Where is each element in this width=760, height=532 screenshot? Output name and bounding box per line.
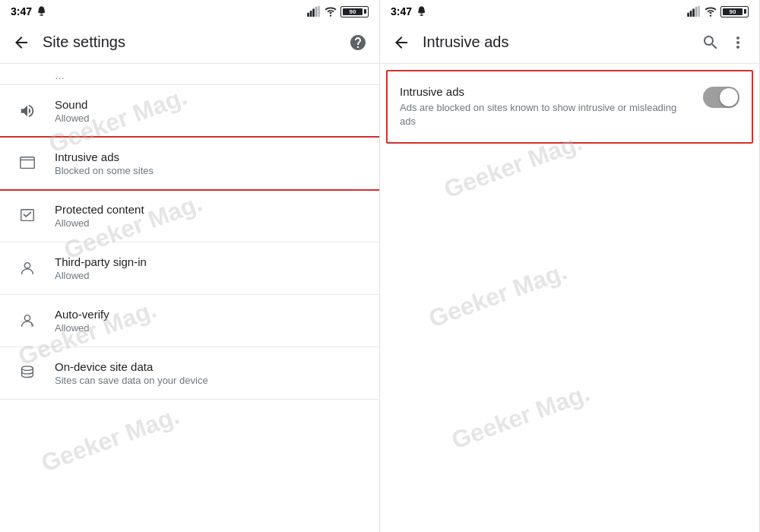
page-title-right: Intrusive ads: [423, 33, 697, 51]
on-device-site-data-title: On-device site data: [55, 360, 208, 373]
app-bar-right: Intrusive ads: [380, 21, 759, 64]
auto-verify-icon: !: [12, 306, 43, 336]
svg-rect-15: [692, 9, 695, 17]
help-button[interactable]: [344, 29, 372, 56]
sound-title: Sound: [55, 98, 90, 111]
wifi-icon-left: [324, 6, 337, 17]
auto-verify-subtitle: Allowed: [55, 322, 109, 334]
protected-content-icon: [12, 201, 43, 231]
back-button-right[interactable]: [388, 29, 415, 56]
status-bar-left: 3:47 90: [0, 0, 379, 21]
svg-point-10: [24, 315, 30, 321]
protected-content-subtitle: Allowed: [55, 217, 144, 229]
third-party-signin-subtitle: Allowed: [55, 270, 147, 281]
snapchat-icon-right: [416, 5, 428, 17]
page-title-left: Site settings: [43, 33, 344, 51]
time-left: 3:47: [11, 5, 32, 17]
toggle-knob: [720, 88, 738, 106]
third-party-signin-text: Third-party sign-in Allowed: [55, 255, 147, 281]
right-panel: 3:47 90: [380, 0, 760, 532]
third-party-signin-title: Third-party sign-in: [55, 255, 147, 268]
svg-point-12: [22, 366, 33, 371]
protected-content-text: Protected content Allowed: [55, 203, 144, 229]
intrusive-ads-row-text: Intrusive ads Ads are blocked on sites k…: [400, 85, 694, 128]
app-bar-left: Site settings: [0, 21, 379, 64]
svg-rect-13: [687, 13, 689, 17]
svg-rect-1: [310, 11, 312, 17]
svg-point-9: [24, 263, 30, 268]
more-options-button[interactable]: [724, 29, 752, 56]
time-right: 3:47: [391, 5, 412, 17]
protected-content-title: Protected content: [55, 203, 144, 216]
ads-icon: [12, 148, 43, 179]
svg-point-5: [330, 15, 331, 17]
svg-text:!: !: [31, 321, 33, 328]
settings-item-third-party-signin[interactable]: Third-party sign-in Allowed: [0, 242, 379, 294]
signal-icon-right: [687, 6, 701, 17]
intrusive-ads-row-title: Intrusive ads: [400, 85, 694, 98]
auto-verify-title: Auto-verify: [55, 308, 109, 321]
settings-list: … Sound Allowed Intru: [0, 64, 379, 532]
svg-rect-4: [318, 6, 320, 17]
intrusive-ads-title: Intrusive ads: [55, 150, 154, 163]
status-icons-right: 90: [687, 6, 749, 17]
person-icon: [12, 253, 43, 283]
svg-rect-16: [695, 7, 698, 17]
search-button[interactable]: [697, 29, 724, 56]
svg-rect-3: [315, 7, 318, 17]
status-icons-left: 90: [307, 6, 369, 17]
watermark-r3: Geeker Mag.: [448, 379, 593, 455]
scrolled-content: …: [0, 64, 379, 84]
intrusive-ads-text: Intrusive ads Blocked on some sites: [55, 150, 154, 176]
back-button-left[interactable]: [8, 29, 35, 56]
signal-icon-left: [307, 6, 321, 17]
battery-tip-left: [364, 9, 366, 14]
svg-rect-0: [307, 13, 309, 17]
battery-level-left: 90: [343, 8, 363, 15]
database-icon: [12, 358, 43, 388]
svg-rect-17: [698, 6, 700, 17]
settings-item-sound[interactable]: Sound Allowed: [0, 85, 379, 137]
svg-rect-6: [21, 157, 34, 169]
watermark-r2: Geeker Mag.: [425, 258, 570, 334]
svg-point-18: [710, 15, 711, 17]
svg-rect-2: [312, 9, 315, 17]
battery-icon-left: 90: [340, 6, 369, 17]
settings-item-auto-verify[interactable]: ! Auto-verify Allowed: [0, 295, 379, 347]
sound-item-text: Sound Allowed: [55, 98, 90, 124]
intrusive-ads-toggle[interactable]: [703, 87, 739, 108]
battery-tip-right: [744, 9, 746, 14]
battery-icon-right: 90: [720, 6, 749, 17]
wifi-icon-right: [704, 6, 717, 17]
status-bar-right: 3:47 90: [380, 0, 759, 21]
sound-subtitle: Allowed: [55, 112, 90, 124]
on-device-site-data-text: On-device site data Sites can save data …: [55, 360, 208, 386]
settings-item-intrusive-ads[interactable]: Intrusive ads Blocked on some sites: [0, 138, 379, 189]
svg-rect-14: [690, 11, 692, 17]
settings-item-protected-content[interactable]: Protected content Allowed: [0, 190, 379, 242]
settings-item-on-device-site-data[interactable]: On-device site data Sites can save data …: [0, 347, 379, 399]
divider-6: [0, 399, 379, 400]
intrusive-ads-row-desc: Ads are blocked on sites known to show i…: [400, 101, 694, 128]
intrusive-ads-setting-row: Intrusive ads Ads are blocked on sites k…: [386, 70, 753, 144]
intrusive-ads-subtitle: Blocked on some sites: [55, 165, 154, 176]
auto-verify-text: Auto-verify Allowed: [55, 308, 109, 334]
on-device-site-data-subtitle: Sites can save data on your device: [55, 375, 208, 386]
left-panel: 3:47 90: [0, 0, 380, 532]
battery-level-right: 90: [723, 8, 743, 15]
volume-icon: [12, 96, 43, 126]
snapchat-icon-left: [36, 5, 48, 17]
